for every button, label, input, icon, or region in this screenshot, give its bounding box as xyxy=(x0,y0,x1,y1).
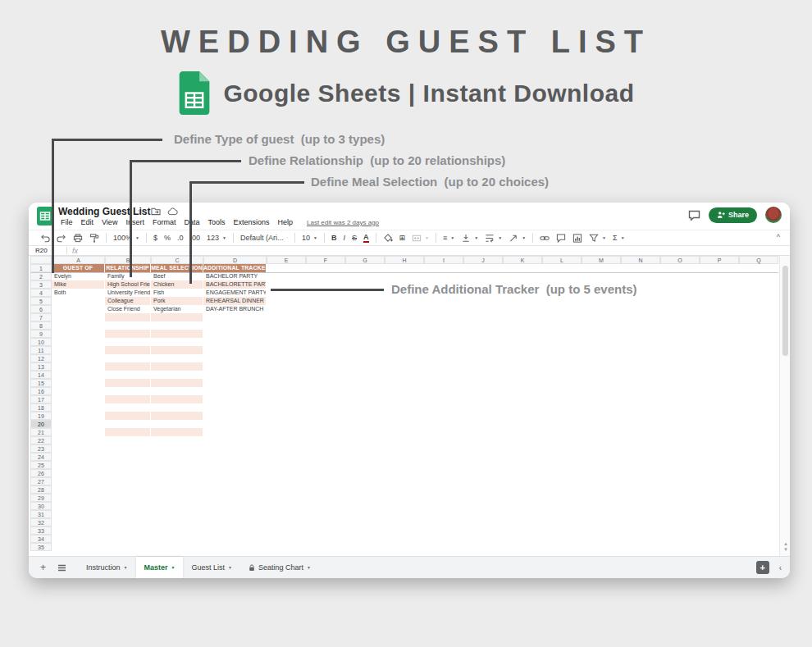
cell-C16[interactable] xyxy=(151,387,203,395)
cell-B21[interactable] xyxy=(105,428,151,436)
row-header-6[interactable]: 6 xyxy=(30,305,52,313)
row-header-8[interactable]: 8 xyxy=(30,321,52,330)
cell-D1[interactable]: ADDITIONAL TRACKER xyxy=(203,264,267,272)
menu-tools[interactable]: Tools xyxy=(203,218,229,226)
text-rotation-icon[interactable]: ▼ xyxy=(509,233,526,244)
column-header-L[interactable]: L xyxy=(542,256,582,264)
cell-C9[interactable] xyxy=(151,330,203,338)
menu-insert[interactable]: Insert xyxy=(121,218,148,226)
font-select[interactable]: Default (Ari...▼ xyxy=(240,234,288,242)
menu-file[interactable]: File xyxy=(57,218,77,226)
cell-A2[interactable]: Evelyn xyxy=(52,272,105,280)
row-header-22[interactable]: 22 xyxy=(30,436,52,444)
row-header-17[interactable]: 17 xyxy=(30,395,52,403)
horizontal-align-select[interactable]: ≡▼ xyxy=(443,234,454,242)
row-header-29[interactable]: 29 xyxy=(30,494,52,502)
create-filter-icon[interactable]: ▼ xyxy=(589,233,606,244)
text-wrap-icon[interactable]: ▼ xyxy=(485,233,502,244)
cell-D3[interactable]: BACHELORETTE PARTY xyxy=(203,280,267,289)
cell-C17[interactable] xyxy=(151,395,203,403)
row-header-12[interactable]: 12 xyxy=(30,354,52,362)
undo-icon[interactable] xyxy=(40,233,50,244)
column-header-M[interactable]: M xyxy=(582,256,621,264)
column-header-G[interactable]: G xyxy=(345,256,385,264)
vertical-align-icon[interactable]: ▼ xyxy=(461,233,478,244)
cell-B2[interactable]: Family xyxy=(105,272,151,280)
share-button[interactable]: Share xyxy=(709,207,757,223)
cell-B10[interactable] xyxy=(105,338,151,346)
row-header-13[interactable]: 13 xyxy=(30,362,52,371)
cell-C18[interactable] xyxy=(151,403,203,412)
menu-format[interactable]: Format xyxy=(148,218,180,226)
cell-C3[interactable]: Chicken xyxy=(151,280,203,289)
cell-B19[interactable] xyxy=(105,412,151,420)
column-header-A[interactable]: A xyxy=(52,256,105,264)
vertical-scrollbar-thumb[interactable] xyxy=(782,266,788,356)
cell-B16[interactable] xyxy=(105,387,151,395)
cell-B7[interactable] xyxy=(105,313,151,321)
row-header-35[interactable]: 35 xyxy=(30,543,52,551)
column-header-J[interactable]: J xyxy=(463,256,503,264)
cell-D6[interactable]: DAY-AFTER BRUNCH xyxy=(203,305,267,313)
row-header-33[interactable]: 33 xyxy=(30,526,52,535)
row-header-20[interactable]: 20 xyxy=(30,420,52,428)
column-header-F[interactable]: F xyxy=(306,256,345,264)
sheet-tab-guest-list[interactable]: Guest List▼ xyxy=(183,557,239,578)
row-header-27[interactable]: 27 xyxy=(30,477,52,485)
cell-C14[interactable] xyxy=(151,371,203,379)
sheet-tab-seating-chart[interactable]: Seating Chart▼ xyxy=(240,557,319,578)
column-header-D[interactable]: D xyxy=(203,256,267,264)
cell-B18[interactable] xyxy=(105,403,151,412)
row-header-28[interactable]: 28 xyxy=(30,485,52,494)
cell-C13[interactable] xyxy=(151,362,203,371)
row-header-30[interactable]: 30 xyxy=(30,502,52,510)
row-header-31[interactable]: 31 xyxy=(30,510,52,518)
column-header-H[interactable]: H xyxy=(385,256,424,264)
row-header-21[interactable]: 21 xyxy=(30,428,52,436)
side-panel-chevron-icon[interactable]: ‹ xyxy=(779,563,782,572)
decrease-decimals-button[interactable]: .0 xyxy=(177,234,184,242)
currency-format-button[interactable]: $ xyxy=(153,234,157,242)
cell-D4[interactable]: ENGAGEMENT PARTY xyxy=(203,289,267,297)
cell-C21[interactable] xyxy=(151,428,203,436)
fill-color-icon[interactable] xyxy=(383,233,393,244)
row-header-19[interactable]: 19 xyxy=(30,412,52,420)
comment-history-icon[interactable] xyxy=(688,210,700,221)
cell-D2[interactable]: BACHELOR PARTY xyxy=(203,272,267,280)
user-avatar[interactable] xyxy=(765,207,782,223)
more-formats-select[interactable]: 123▼ xyxy=(207,234,226,242)
cell-C12[interactable] xyxy=(151,354,203,362)
cell-B14[interactable] xyxy=(105,371,151,379)
row-header-3[interactable]: 3 xyxy=(30,280,52,289)
insert-chart-icon[interactable] xyxy=(573,233,582,244)
cell-B9[interactable] xyxy=(105,330,151,338)
row-header-14[interactable]: 14 xyxy=(30,371,52,379)
row-header-15[interactable]: 15 xyxy=(30,379,52,387)
row-header-34[interactable]: 34 xyxy=(30,535,52,543)
column-header-I[interactable]: I xyxy=(424,256,463,264)
vertical-scrollbar[interactable]: ▲▼ xyxy=(779,256,790,556)
cell-B12[interactable] xyxy=(105,354,151,362)
move-folder-icon[interactable] xyxy=(151,207,161,216)
cell-C20[interactable] xyxy=(151,420,203,428)
column-header-N[interactable]: N xyxy=(621,256,660,264)
merge-cells-icon[interactable]: ▼ xyxy=(412,233,429,244)
menu-help[interactable]: Help xyxy=(273,218,297,226)
cell-B8[interactable] xyxy=(105,321,151,330)
cell-B1[interactable]: RELATIONSHIP xyxy=(105,264,151,272)
explore-button[interactable]: + xyxy=(756,561,769,574)
cell-C5[interactable]: Pork xyxy=(151,297,203,305)
cell-C1[interactable]: MEAL SELECTION xyxy=(151,264,203,272)
print-icon[interactable] xyxy=(73,233,83,244)
star-icon[interactable]: ☆ xyxy=(137,207,144,216)
cell-A3[interactable]: Mike xyxy=(52,280,105,289)
cell-C15[interactable] xyxy=(151,379,203,387)
spreadsheet-grid[interactable]: ABCDEFGHIJKLMNOPQ12345678910111213141516… xyxy=(29,256,790,551)
cell-B20[interactable] xyxy=(105,420,151,428)
row-header-24[interactable]: 24 xyxy=(30,453,52,461)
cell-C6[interactable]: Vegetarian xyxy=(151,305,203,313)
cell-C2[interactable]: Beef xyxy=(151,272,203,280)
cell-C10[interactable] xyxy=(151,338,203,346)
row-header-4[interactable]: 4 xyxy=(30,289,52,297)
cell-B11[interactable] xyxy=(105,346,151,354)
